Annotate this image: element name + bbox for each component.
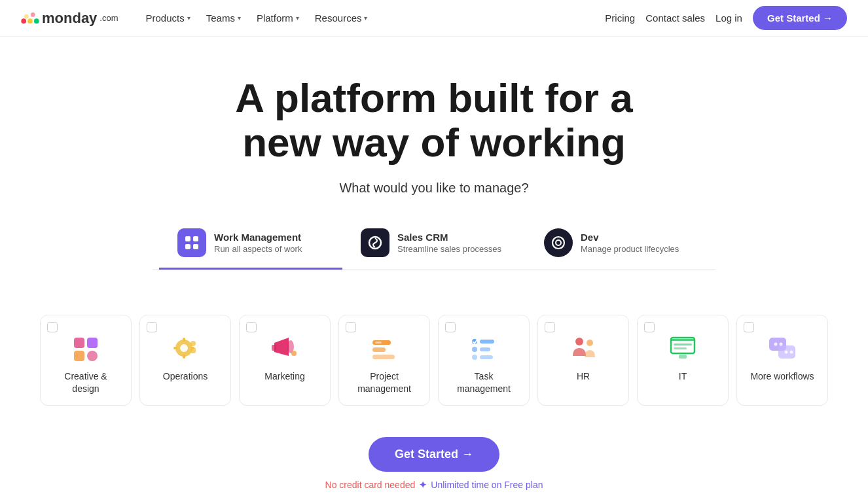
nav-links: Products ▾ Teams ▾ Platform ▾ Resources … [139, 9, 374, 27]
navbar: monday.com Products ▾ Teams ▾ Platform ▾… [0, 0, 868, 37]
nav-item-products[interactable]: Products ▾ [139, 9, 197, 27]
card-checkbox-project[interactable] [346, 322, 356, 332]
hero-title: A platform built for a new way of workin… [205, 76, 663, 165]
logo-icon [21, 12, 39, 25]
svg-point-36 [472, 355, 477, 360]
nav-login[interactable]: Log in [715, 12, 742, 24]
nav-label-platform: Platform [257, 12, 293, 24]
nav-label-resources: Resources [315, 12, 362, 24]
card-label-it: IT [679, 370, 687, 382]
cta-dot: ✦ [419, 480, 427, 490]
svg-rect-43 [674, 347, 687, 349]
card-more-workflows[interactable]: More workflows [736, 315, 828, 405]
cta-no-credit: No credit card needed [325, 480, 416, 490]
chevron-icon-resources: ▾ [364, 14, 367, 22]
card-icon-project [367, 332, 401, 364]
nav-item-platform[interactable]: Platform ▾ [250, 9, 306, 27]
card-icon-more [765, 332, 799, 364]
card-checkbox-marketing[interactable] [246, 322, 257, 332]
card-icon-hr [566, 332, 600, 364]
svg-rect-18 [183, 338, 185, 342]
tab-dev-desc: Manage product lifecycles [581, 244, 679, 254]
card-icon-it [666, 332, 700, 364]
svg-rect-14 [74, 351, 84, 361]
sales-crm-icon [361, 228, 389, 257]
card-task-management[interactable]: Task management [438, 315, 530, 405]
work-management-icon [177, 228, 206, 257]
svg-point-10 [552, 237, 564, 249]
svg-rect-6 [193, 236, 198, 241]
svg-rect-8 [193, 244, 198, 249]
product-tabs: Work Management Run all aspects of work … [153, 219, 715, 270]
svg-rect-42 [674, 344, 692, 345]
card-checkbox-more[interactable] [744, 322, 754, 332]
cta-note: No credit card needed ✦ Unlimited time o… [13, 480, 855, 490]
navbar-right: Pricing Contact sales Log in Get Started… [605, 6, 847, 30]
svg-point-0 [21, 18, 26, 24]
svg-rect-25 [272, 345, 276, 351]
nav-item-teams[interactable]: Teams ▾ [200, 9, 247, 27]
svg-point-1 [27, 18, 33, 24]
tab-work-management-name: Work Management [214, 232, 302, 243]
svg-rect-44 [679, 355, 687, 359]
chevron-icon-products: ▾ [187, 14, 190, 22]
svg-point-34 [472, 347, 477, 352]
workflows-section: Creative & design Operations [15, 296, 853, 423]
card-label-project: Project management [348, 370, 420, 394]
svg-rect-13 [87, 338, 98, 348]
nav-contact-sales[interactable]: Contact sales [645, 12, 705, 24]
svg-point-22 [190, 341, 196, 346]
card-checkbox-task[interactable] [445, 322, 456, 332]
card-marketing[interactable]: Marketing [239, 315, 331, 405]
nav-item-resources[interactable]: Resources ▾ [308, 9, 374, 27]
card-checkbox-it[interactable] [644, 322, 655, 332]
svg-rect-7 [185, 244, 190, 249]
card-project-management[interactable]: Project management [338, 315, 430, 405]
svg-point-39 [587, 340, 593, 346]
card-icon-creative [69, 332, 103, 364]
card-hr[interactable]: HR [537, 315, 629, 405]
cta-free-plan: Unlimited time on Free plan [431, 480, 543, 490]
card-creative-design[interactable]: Creative & design [40, 315, 132, 405]
card-checkbox-hr[interactable] [545, 322, 555, 332]
card-checkbox-creative[interactable] [47, 322, 58, 332]
svg-point-17 [180, 344, 188, 352]
card-label-hr: HR [577, 370, 590, 382]
tab-sales-crm-name: Sales CRM [397, 232, 501, 243]
cta-get-started-button[interactable]: Get Started → [369, 437, 499, 472]
card-operations[interactable]: Operations [139, 315, 231, 405]
svg-rect-41 [671, 339, 695, 341]
card-icon-task [467, 332, 501, 364]
tab-sales-crm[interactable]: Sales CRM Streamline sales processes [342, 219, 526, 270]
card-label-more: More workflows [750, 370, 814, 382]
svg-point-47 [774, 343, 778, 346]
chevron-icon-teams: ▾ [238, 14, 241, 22]
card-it[interactable]: IT [637, 315, 729, 405]
svg-rect-29 [372, 347, 386, 352]
svg-rect-30 [372, 355, 395, 359]
logo-text: monday [42, 10, 97, 27]
tab-dev[interactable]: Dev Manage product lifecycles [526, 219, 709, 270]
svg-point-27 [291, 351, 297, 356]
svg-point-50 [790, 351, 793, 354]
svg-point-48 [780, 343, 783, 346]
navbar-get-started-button[interactable]: Get Started → [753, 6, 847, 30]
card-label-operations: Operations [163, 370, 208, 382]
svg-rect-19 [183, 355, 185, 359]
cta-section: Get Started → No credit card needed ✦ Un… [0, 424, 868, 494]
dev-icon [544, 228, 573, 257]
svg-rect-37 [480, 355, 493, 359]
card-label-marketing: Marketing [264, 370, 304, 382]
nav-label-products: Products [146, 12, 185, 24]
hero-section: A platform built for a new way of workin… [0, 37, 868, 296]
card-icon-marketing [268, 332, 302, 364]
logo[interactable]: monday.com [21, 10, 118, 27]
hero-subtitle: What would you like to manage? [13, 181, 855, 196]
card-icon-operations [168, 332, 202, 364]
tab-work-management[interactable]: Work Management Run all aspects of work [159, 219, 342, 270]
card-checkbox-operations[interactable] [147, 322, 157, 332]
nav-pricing[interactable]: Pricing [605, 12, 635, 24]
navbar-left: monday.com Products ▾ Teams ▾ Platform ▾… [21, 9, 374, 27]
svg-rect-12 [74, 338, 84, 348]
svg-rect-23 [190, 347, 196, 353]
